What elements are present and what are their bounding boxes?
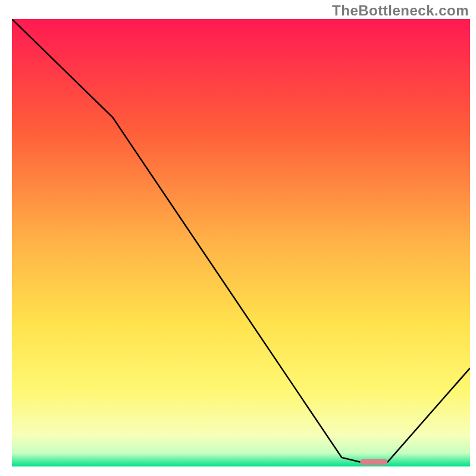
watermark-text: TheBottleneck.com [332,2,469,19]
chart-svg [12,19,470,466]
plot-area [12,19,470,466]
chart-frame: TheBottleneck.com [0,0,476,476]
optimal-range-marker [360,459,387,465]
